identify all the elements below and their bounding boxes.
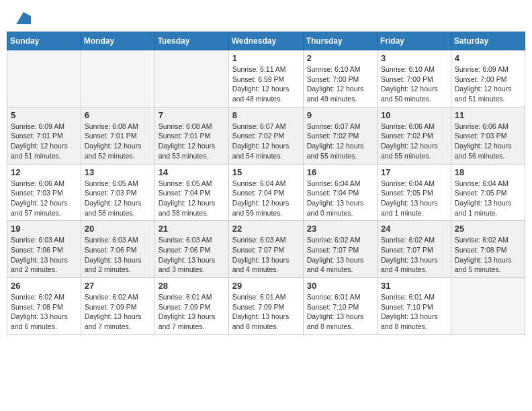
calendar-cell: 21Sunrise: 6:03 AMSunset: 7:06 PMDayligh… [154, 221, 228, 278]
day-number: 13 [85, 167, 151, 177]
day-info: Sunrise: 6:06 AMSunset: 7:02 PMDaylight:… [381, 122, 447, 161]
day-number: 27 [85, 281, 151, 291]
day-info: Sunrise: 6:08 AMSunset: 7:01 PMDaylight:… [159, 122, 225, 161]
day-number: 6 [85, 110, 151, 120]
day-number: 7 [159, 110, 225, 120]
calendar-cell: 4Sunrise: 6:09 AMSunset: 7:00 PMDaylight… [451, 50, 525, 107]
day-info: Sunrise: 6:05 AMSunset: 7:04 PMDaylight:… [159, 179, 225, 218]
weekday-header: Wednesday [228, 32, 303, 50]
day-number: 10 [381, 110, 447, 120]
calendar-cell: 28Sunrise: 6:01 AMSunset: 7:09 PMDayligh… [154, 278, 228, 335]
calendar-cell: 7Sunrise: 6:08 AMSunset: 7:01 PMDaylight… [154, 107, 228, 164]
calendar-cell: 30Sunrise: 6:01 AMSunset: 7:10 PMDayligh… [303, 278, 377, 335]
day-number: 3 [381, 53, 447, 63]
page-header [7, 7, 525, 32]
day-info: Sunrise: 6:06 AMSunset: 7:03 PMDaylight:… [455, 122, 521, 161]
day-number: 31 [381, 281, 447, 291]
calendar-cell: 19Sunrise: 6:03 AMSunset: 7:06 PMDayligh… [7, 221, 81, 278]
day-info: Sunrise: 6:05 AMSunset: 7:03 PMDaylight:… [85, 179, 151, 218]
day-info: Sunrise: 6:01 AMSunset: 7:09 PMDaylight:… [159, 292, 225, 332]
calendar-cell: 3Sunrise: 6:10 AMSunset: 7:00 PMDaylight… [378, 50, 451, 107]
weekday-header: Monday [81, 32, 154, 50]
day-number: 23 [307, 224, 373, 234]
svg-marker-0 [16, 12, 31, 24]
day-info: Sunrise: 6:09 AMSunset: 7:00 PMDaylight:… [455, 64, 521, 104]
day-number: 19 [11, 224, 77, 234]
calendar-cell: 24Sunrise: 6:02 AMSunset: 7:07 PMDayligh… [378, 221, 451, 278]
day-number: 30 [307, 281, 373, 291]
day-number: 20 [85, 224, 151, 234]
weekday-header: Sunday [7, 32, 81, 50]
calendar-cell [81, 50, 154, 107]
day-number: 26 [11, 281, 77, 291]
calendar-cell: 20Sunrise: 6:03 AMSunset: 7:06 PMDayligh… [81, 221, 154, 278]
day-info: Sunrise: 6:01 AMSunset: 7:10 PMDaylight:… [381, 292, 447, 332]
calendar-cell: 25Sunrise: 6:02 AMSunset: 7:08 PMDayligh… [451, 221, 525, 278]
calendar-table: SundayMondayTuesdayWednesdayThursdayFrid… [7, 32, 525, 335]
calendar-cell: 9Sunrise: 6:07 AMSunset: 7:02 PMDaylight… [303, 107, 377, 164]
calendar-cell: 12Sunrise: 6:06 AMSunset: 7:03 PMDayligh… [7, 164, 81, 221]
day-info: Sunrise: 6:06 AMSunset: 7:03 PMDaylight:… [11, 179, 77, 218]
day-info: Sunrise: 6:02 AMSunset: 7:08 PMDaylight:… [455, 235, 521, 275]
day-info: Sunrise: 6:09 AMSunset: 7:01 PMDaylight:… [11, 122, 77, 161]
calendar-cell: 11Sunrise: 6:06 AMSunset: 7:03 PMDayligh… [451, 107, 525, 164]
weekday-header: Thursday [303, 32, 377, 50]
calendar-cell: 1Sunrise: 6:11 AMSunset: 6:59 PMDaylight… [228, 50, 303, 107]
day-info: Sunrise: 6:07 AMSunset: 7:02 PMDaylight:… [307, 122, 373, 161]
day-info: Sunrise: 6:02 AMSunset: 7:08 PMDaylight:… [11, 292, 77, 332]
calendar-cell: 13Sunrise: 6:05 AMSunset: 7:03 PMDayligh… [81, 164, 154, 221]
calendar-cell [7, 50, 81, 107]
weekday-header: Saturday [451, 32, 525, 50]
calendar-week-row: 19Sunrise: 6:03 AMSunset: 7:06 PMDayligh… [7, 221, 525, 278]
calendar-cell: 17Sunrise: 6:04 AMSunset: 7:05 PMDayligh… [378, 164, 451, 221]
weekday-header: Tuesday [154, 32, 228, 50]
day-info: Sunrise: 6:03 AMSunset: 7:06 PMDaylight:… [11, 235, 77, 275]
calendar-cell: 2Sunrise: 6:10 AMSunset: 7:00 PMDaylight… [303, 50, 377, 107]
day-info: Sunrise: 6:04 AMSunset: 7:05 PMDaylight:… [381, 179, 447, 218]
day-info: Sunrise: 6:02 AMSunset: 7:07 PMDaylight:… [307, 235, 373, 275]
day-info: Sunrise: 6:03 AMSunset: 7:07 PMDaylight:… [232, 235, 300, 275]
day-info: Sunrise: 6:02 AMSunset: 7:07 PMDaylight:… [381, 235, 447, 275]
day-number: 29 [232, 281, 300, 291]
day-number: 11 [455, 110, 521, 120]
day-number: 24 [381, 224, 447, 234]
calendar-cell: 31Sunrise: 6:01 AMSunset: 7:10 PMDayligh… [378, 278, 451, 335]
calendar-cell [154, 50, 228, 107]
day-number: 25 [455, 224, 521, 234]
calendar-cell: 26Sunrise: 6:02 AMSunset: 7:08 PMDayligh… [7, 278, 81, 335]
day-info: Sunrise: 6:01 AMSunset: 7:10 PMDaylight:… [307, 292, 373, 332]
calendar-cell: 23Sunrise: 6:02 AMSunset: 7:07 PMDayligh… [303, 221, 377, 278]
calendar-cell: 5Sunrise: 6:09 AMSunset: 7:01 PMDaylight… [7, 107, 81, 164]
day-number: 1 [232, 53, 300, 63]
calendar-week-row: 12Sunrise: 6:06 AMSunset: 7:03 PMDayligh… [7, 164, 525, 221]
day-number: 9 [307, 110, 373, 120]
day-info: Sunrise: 6:04 AMSunset: 7:04 PMDaylight:… [307, 179, 373, 218]
calendar-cell: 18Sunrise: 6:04 AMSunset: 7:05 PMDayligh… [451, 164, 525, 221]
calendar-cell: 14Sunrise: 6:05 AMSunset: 7:04 PMDayligh… [154, 164, 228, 221]
day-number: 5 [11, 110, 77, 120]
calendar-cell: 8Sunrise: 6:07 AMSunset: 7:02 PMDaylight… [228, 107, 303, 164]
logo [15, 12, 31, 28]
day-number: 21 [159, 224, 225, 234]
day-number: 8 [232, 110, 300, 120]
day-number: 22 [232, 224, 300, 234]
day-info: Sunrise: 6:04 AMSunset: 7:04 PMDaylight:… [232, 179, 300, 218]
calendar-cell: 27Sunrise: 6:02 AMSunset: 7:09 PMDayligh… [81, 278, 154, 335]
day-number: 14 [159, 167, 225, 177]
day-number: 16 [307, 167, 373, 177]
calendar-week-row: 26Sunrise: 6:02 AMSunset: 7:08 PMDayligh… [7, 278, 525, 335]
day-info: Sunrise: 6:01 AMSunset: 7:09 PMDaylight:… [232, 292, 300, 332]
day-number: 17 [381, 167, 447, 177]
calendar-cell: 16Sunrise: 6:04 AMSunset: 7:04 PMDayligh… [303, 164, 377, 221]
day-number: 15 [232, 167, 300, 177]
day-info: Sunrise: 6:10 AMSunset: 7:00 PMDaylight:… [307, 64, 373, 104]
day-info: Sunrise: 6:07 AMSunset: 7:02 PMDaylight:… [232, 122, 300, 161]
day-info: Sunrise: 6:02 AMSunset: 7:09 PMDaylight:… [85, 292, 151, 332]
calendar-cell: 6Sunrise: 6:08 AMSunset: 7:01 PMDaylight… [81, 107, 154, 164]
day-number: 2 [307, 53, 373, 63]
calendar-cell [451, 278, 525, 335]
weekday-header: Friday [378, 32, 451, 50]
logo-text [15, 12, 31, 28]
day-number: 12 [11, 167, 77, 177]
calendar-header-row: SundayMondayTuesdayWednesdayThursdayFrid… [7, 32, 525, 50]
